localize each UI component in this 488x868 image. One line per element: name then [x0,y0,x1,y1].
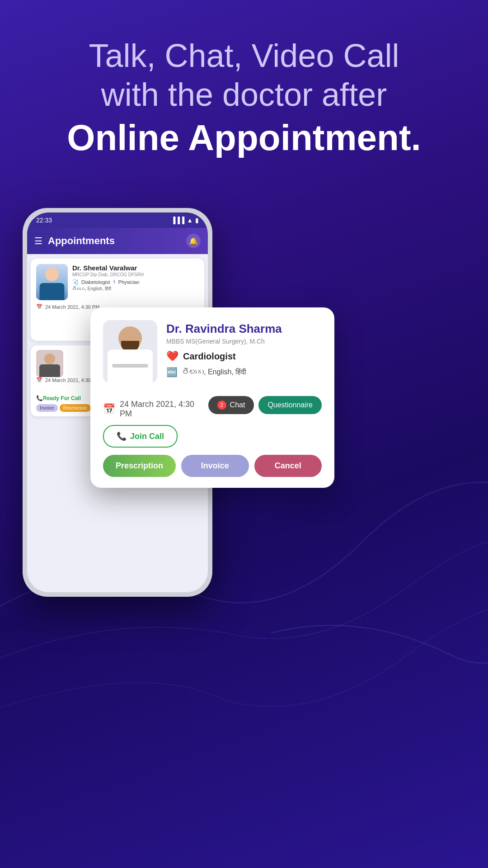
status-icons: ▐▐▐ ▲ ▮ [171,217,199,224]
header-line1: Talk, Chat, Video Call [27,36,461,75]
signal-icon: ▐▐▐ [171,217,184,224]
chat-badge: 2 [217,401,226,410]
stethoscope-icon [112,364,148,368]
doctor2-body [39,364,60,377]
invoice-button[interactable]: Invoice [181,455,249,477]
app-header: ☰ Appointments 🔔 [27,228,208,254]
floating-doctor-specialty: Cardiologist [183,351,236,362]
heart-icon: ❤️ [166,350,178,362]
doctor2-avatar [36,350,63,377]
floating-doctor-languages: తెలుగు, English, हिंदी [182,368,246,376]
doctor2-ready-button[interactable]: Ready For Call [43,395,81,401]
floating-questionnaire-button[interactable]: Questionnaire [258,396,322,414]
join-call-row: 📞 Join Call [103,425,322,448]
doctor2-reschedule-button[interactable]: Reschedule [60,404,91,412]
floating-card-top-buttons: 2 Chat Questionnaire [208,396,322,414]
doctor1-avatar [36,264,68,300]
wifi-icon: ▲ [187,217,193,224]
doctor1-row: Dr. Sheetal Varalwar MRCGP Dip Diab, DRC… [36,264,199,300]
doctor2-invoice-button[interactable]: Invoice [36,404,58,412]
floating-doctor-name: Dr. Ravindra Sharma [166,322,322,336]
floating-doctor-language-row: 🔤 తెలుగు, English, हिंदी [166,367,322,377]
cancel-button[interactable]: Cancel [254,455,322,477]
phone-icon: 📞 [117,431,127,441]
specialty1-icon: 🩺 [72,279,79,285]
floating-card-top: Dr. Ravindra Sharma MBBS MS(General Surg… [103,320,322,383]
floating-doctor-card: Dr. Ravindra Sharma MBBS MS(General Surg… [90,307,334,488]
doctor1-image [36,264,68,300]
notification-bell-icon[interactable]: 🔔 [186,234,201,248]
floating-card-date-text: 24 March 2021, 4:30 PM [120,400,208,419]
app-title: Appointments [48,235,181,247]
calendar-icon-1: 📅 [36,304,42,310]
doctor1-info: Dr. Sheetal Varalwar MRCGP Dip Diab, DRC… [72,264,199,292]
specialty2-icon: ⚕ [113,279,116,285]
doctor1-languages: తెలుగు, English, हिंदी [72,286,199,292]
floating-chat-button[interactable]: 2 Chat [208,396,254,414]
status-time: 22:33 [36,217,52,224]
join-call-button[interactable]: 📞 Join Call [103,425,178,448]
calendar-icon-2: 📅 [36,377,42,383]
battery-icon: ▮ [195,217,199,224]
doctor2-ready-status: 📞 [36,395,43,401]
doctor1-name: Dr. Sheetal Varalwar [72,264,199,272]
floating-doctor-avatar [103,320,157,383]
calendar-icon-floating: 📅 [103,403,115,415]
specialty2-label: Physician [118,279,140,285]
doctor2-head [44,354,55,364]
header-line2: with the doctor after [27,75,461,114]
floating-card-date: 📅 24 March 2021, 4:30 PM [103,400,208,419]
date-action-row: 📅 24 March 2021, 4:30 PM 2 Chat Question… [103,392,322,419]
specialty1-label: Diabetologist [81,279,110,285]
doctor1-degree: MRCGP Dip Diab, DRCOG DFSRH [72,272,199,277]
prescription-button[interactable]: Prescription [103,455,176,477]
header-line3: Online Appointment. [27,114,461,161]
header-section: Talk, Chat, Video Call with the doctor a… [0,36,488,161]
translate-icon: 🔤 [166,367,178,377]
floating-doctor-degree: MBBS MS(General Surgery), M.Ch [166,338,322,345]
status-bar: 22:33 ▐▐▐ ▲ ▮ [27,212,208,228]
chat-label: Chat [230,401,245,409]
floating-doctor-specialty-row: ❤️ Cardiologist [166,350,322,362]
floating-doctor-info: Dr. Ravindra Sharma MBBS MS(General Surg… [166,320,322,377]
floating-card-bottom-buttons: Prescription Invoice Cancel [103,455,322,477]
hamburger-icon[interactable]: ☰ [34,236,42,246]
doctor1-specialties: 🩺 Diabetologist ⚕ Physician [72,279,199,285]
